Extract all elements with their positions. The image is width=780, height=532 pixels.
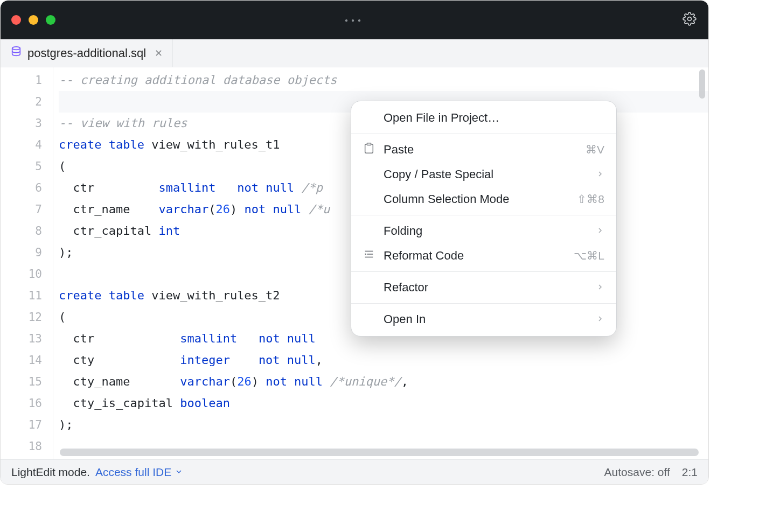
context-menu: Open File in Project…Paste⌘VCopy / Paste… [351,101,617,337]
file-tab[interactable]: postgres-additional.sql ✕ [1,39,173,67]
code-line[interactable]: cty_is_capital boolean [59,393,708,414]
menu-separator [351,303,616,304]
line-number: 12 [1,306,42,328]
menu-shortcut: ⌘V [586,143,604,156]
menu-item[interactable]: Reformat Code⌥⌘L [351,243,616,268]
menu-item[interactable]: Refactor [351,275,616,300]
close-tab-button[interactable]: ✕ [155,47,163,59]
chevron-right-icon [596,167,604,181]
chevron-right-icon [596,281,604,295]
line-number: 7 [1,199,42,220]
link-label: Access full IDE [95,466,171,479]
gear-icon [682,12,697,26]
line-number: 18 [1,436,42,457]
svg-rect-2 [367,143,371,145]
line-number: 3 [1,113,42,134]
menu-item-label: Copy / Paste Special [384,167,596,181]
chevron-down-icon [175,466,183,479]
menu-item-label: Refactor [384,281,596,295]
gutter: 123456789101112131415161718 [1,67,53,459]
code-line[interactable]: ); [59,414,708,436]
menu-item-label: Paste [384,143,586,157]
line-number: 11 [1,285,42,306]
close-window-button[interactable] [11,15,21,25]
chevron-right-icon [596,224,604,238]
access-full-ide-link[interactable]: Access full IDE [95,466,183,479]
line-number: 2 [1,91,42,113]
svg-point-0 [688,17,692,21]
titlebar: ●●● [1,1,708,39]
minimize-window-button[interactable] [29,15,38,25]
menu-item-label: Column Selection Mode [384,192,577,206]
line-number: 10 [1,263,42,285]
menu-item-label: Reformat Code [384,249,574,263]
cursor-position[interactable]: 2:1 [682,466,698,479]
menu-item[interactable]: Folding [351,219,616,243]
title-drag-handle[interactable]: ●●● [345,17,364,23]
statusbar: LightEdit mode. Access full IDE Autosave… [1,459,708,484]
menu-item-label: Folding [384,224,596,238]
menu-shortcut: ⇧⌘8 [577,193,604,206]
menu-separator [351,134,616,134]
menu-separator [351,271,616,272]
maximize-window-button[interactable] [46,15,55,25]
code-line[interactable]: cty integer not null, [59,349,708,371]
line-number: 5 [1,156,42,177]
tab-filename: postgres-additional.sql [27,46,146,60]
window-controls [11,15,55,25]
menu-separator [351,215,616,215]
line-number: 9 [1,242,42,263]
code-line[interactable]: -- creating additional database objects [59,69,708,91]
menu-item[interactable]: Open File in Project… [351,106,616,130]
tabbar: postgres-additional.sql ✕ [1,39,708,67]
settings-button[interactable] [682,12,697,28]
menu-item-label: Open File in Project… [384,111,604,125]
horizontal-scrollbar[interactable] [60,449,699,456]
menu-item[interactable]: Open In [351,307,616,332]
line-number: 17 [1,414,42,436]
menu-item[interactable]: Column Selection Mode⇧⌘8 [351,187,616,212]
line-number: 1 [1,69,42,91]
line-number: 13 [1,328,42,349]
line-number: 4 [1,134,42,156]
line-number: 16 [1,393,42,414]
chevron-right-icon [596,312,604,326]
vertical-scrollbar[interactable] [699,69,705,99]
line-number: 15 [1,371,42,393]
line-number: 6 [1,177,42,199]
code-line[interactable]: cty_name varchar(26) not null /*unique*/… [59,371,708,393]
line-number: 8 [1,220,42,242]
database-icon [10,46,22,61]
reformat-icon [362,248,376,263]
svg-point-1 [12,46,20,50]
line-number: 14 [1,349,42,371]
mode-label: LightEdit mode. [11,466,90,479]
menu-item[interactable]: Copy / Paste Special [351,162,616,187]
autosave-status[interactable]: Autosave: off [604,466,670,479]
menu-item[interactable]: Paste⌘V [351,137,616,162]
menu-item-label: Open In [384,312,596,326]
clipboard-icon [362,142,376,157]
menu-shortcut: ⌥⌘L [574,249,604,262]
